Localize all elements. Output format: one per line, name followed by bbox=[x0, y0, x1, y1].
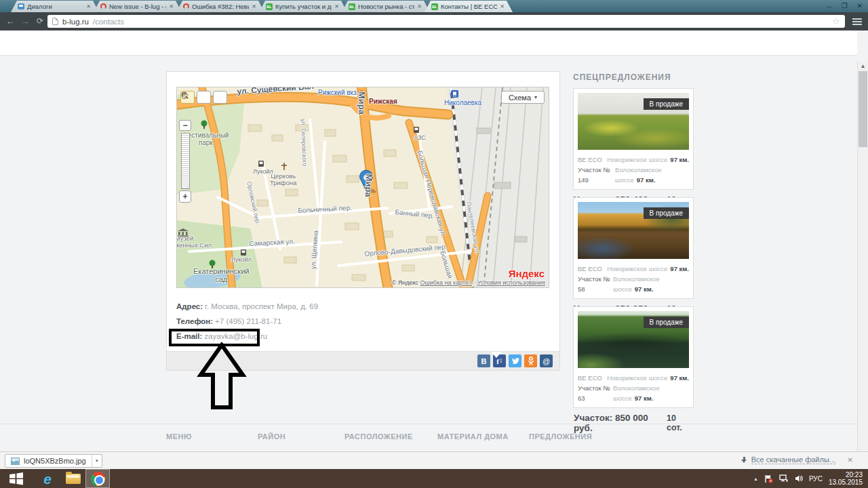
vk-share-button[interactable]: В bbox=[477, 354, 490, 367]
bl-site-icon: BL bbox=[266, 3, 273, 10]
ruler-icon bbox=[180, 91, 189, 100]
special-offers-heading: СПЕЦПРЕДЛОЖЕНИЯ bbox=[573, 73, 671, 82]
yandex-logo[interactable]: Яндекс bbox=[509, 268, 545, 279]
shelf-close-icon[interactable] bbox=[848, 456, 853, 464]
for-sale-badge: В продаже bbox=[644, 317, 689, 328]
map-label: Мира bbox=[363, 174, 374, 197]
chrome-menu-icon[interactable] bbox=[850, 16, 865, 27]
tab-kupit[interactable]: BL Купить участок и дом в Б ✕ bbox=[259, 1, 347, 12]
offer-card[interactable]: В продаже BE ECOНоворижское шоссе97 км. … bbox=[573, 88, 694, 190]
offer-road: Новорижское шоссе bbox=[607, 156, 667, 163]
bookmark-star-icon[interactable] bbox=[832, 16, 840, 26]
zoom-out-button[interactable]: − bbox=[179, 120, 191, 131]
chrome-taskbar-button[interactable] bbox=[85, 469, 110, 488]
ruler-tool-button[interactable] bbox=[213, 91, 227, 104]
offer-item: В продаже BE ECOНоворижское шоссе97 км. … bbox=[573, 306, 694, 433]
back-button[interactable] bbox=[4, 15, 16, 27]
tab-close-icon[interactable]: ✕ bbox=[417, 3, 422, 9]
offer-brand: BE ECO bbox=[578, 155, 602, 165]
reload-button[interactable] bbox=[34, 15, 46, 27]
footer-raspolozhenie[interactable]: РАСПОЛОЖЕНИЕ bbox=[344, 432, 413, 441]
taskbar: e РУС 20:23 13.0 bbox=[0, 469, 868, 488]
attr-separator: · bbox=[474, 279, 476, 286]
network-icon[interactable] bbox=[779, 474, 789, 483]
offer-road: Новорижское шоссе bbox=[607, 374, 667, 382]
chat-icon bbox=[18, 3, 24, 9]
map-terms-link[interactable]: Условия использования bbox=[477, 279, 545, 286]
footer-predlozheniya[interactable]: ПРЕДЛОЖЕНИЯ bbox=[529, 432, 592, 441]
image-file-icon bbox=[11, 458, 20, 465]
footer-material-doma[interactable]: МАТЕРИАЛ ДОМА bbox=[437, 432, 509, 441]
tab-close-icon[interactable]: ✕ bbox=[169, 3, 174, 9]
address-bar[interactable]: b-lug.ru/contacts bbox=[47, 15, 845, 28]
map-label: ул. Гиляровского bbox=[299, 119, 307, 167]
map-label: Екатерининский сад bbox=[193, 268, 249, 284]
map-labels: ул. Сущёвский ВалРижский вкз.МираРижская… bbox=[177, 87, 549, 288]
twitter-bird-icon bbox=[511, 358, 519, 365]
language-indicator[interactable]: РУС bbox=[809, 475, 823, 483]
footer-menu[interactable]: МЕНЮ bbox=[166, 432, 192, 441]
map-label: Мира bbox=[357, 92, 366, 115]
internet-explorer-button[interactable]: e bbox=[35, 469, 60, 488]
tab-new-issue[interactable]: New issue - B-lug - qa2 - ✕ bbox=[94, 1, 182, 12]
offer-photo-summer-lake: В продаже bbox=[578, 311, 689, 368]
download-item-caret[interactable] bbox=[92, 455, 102, 467]
tab-oshibka[interactable]: Ошибка #382: Невидима ✕ bbox=[176, 1, 264, 12]
offer-plot: Участок № 63 bbox=[578, 383, 613, 403]
page-scrollbar[interactable] bbox=[857, 61, 868, 451]
map-report-link[interactable]: Ошибка на карте? bbox=[420, 279, 473, 286]
tab-dialogi[interactable]: Диалоги ✕ bbox=[11, 1, 99, 12]
start-button[interactable] bbox=[3, 469, 30, 488]
zoom-slider[interactable] bbox=[181, 133, 190, 189]
map-layer-selector[interactable]: Схема bbox=[501, 91, 545, 104]
tab-close-icon[interactable]: ✕ bbox=[500, 3, 505, 9]
tab-close-icon[interactable]: ✕ bbox=[334, 3, 339, 9]
tab-novosti[interactable]: BL Новости рынка - страни ✕ bbox=[342, 1, 430, 12]
twitter-share-button[interactable] bbox=[509, 354, 521, 367]
magnifier-tool-button[interactable] bbox=[197, 91, 211, 104]
tab-kontakty-active[interactable]: BL Контакты | BE ECO ✕ bbox=[425, 1, 513, 12]
mailru-share-button[interactable]: @ bbox=[540, 354, 553, 367]
minimize-button[interactable] bbox=[827, 1, 832, 12]
scrollbar-thumb[interactable] bbox=[859, 71, 867, 147]
tab-close-icon[interactable]: ✕ bbox=[86, 3, 91, 9]
ie-icon: e bbox=[43, 472, 52, 486]
speaker-icon[interactable] bbox=[795, 474, 803, 483]
tray-expand-icon[interactable] bbox=[753, 476, 758, 481]
map-label: Банный пер. bbox=[395, 209, 435, 220]
address-row: Адрес:г. Москва, проспект Мира, д. 69 bbox=[176, 302, 318, 310]
offer-brand: BE ECO bbox=[578, 264, 602, 274]
offer-item: В продаже BE ECOНоворижское шоссе97 км. … bbox=[573, 88, 694, 215]
offer-item: В продаже BE ECOНоворижское шоссе97 км. … bbox=[573, 197, 694, 324]
map-label: АЗС bbox=[414, 135, 426, 142]
show-all-downloads-link[interactable]: Все скачанные файлы... bbox=[751, 455, 835, 464]
yandex-map[interactable]: М bbox=[176, 87, 549, 288]
scroll-up-arrow[interactable] bbox=[858, 61, 868, 70]
download-item[interactable]: loQN5XBzBmo.jpg bbox=[5, 454, 102, 468]
offer-photo-field: В продаже bbox=[578, 93, 689, 150]
file-explorer-button[interactable] bbox=[61, 469, 85, 488]
offer-plot: Участок № 149 bbox=[578, 165, 615, 185]
scheme-label: Схема bbox=[509, 94, 531, 102]
vk-icon: В bbox=[481, 357, 487, 365]
for-sale-badge: В продаже bbox=[644, 207, 689, 219]
map-label: ул. Сущёвский Вал bbox=[237, 87, 314, 96]
close-button[interactable] bbox=[857, 1, 863, 12]
odnoklassniki-share-button[interactable] bbox=[524, 354, 537, 367]
offer-card[interactable]: В продаже BE ECOНоворижское шоссе97 км. … bbox=[573, 197, 694, 299]
windows-logo-icon bbox=[9, 472, 24, 485]
offer-card[interactable]: В продаже BE ECOНоворижское шоссе97 км. … bbox=[573, 306, 694, 408]
map-label: Орловский пер. bbox=[245, 181, 260, 226]
tab-close-icon[interactable]: ✕ bbox=[252, 3, 256, 9]
action-center-flag-icon[interactable] bbox=[764, 474, 773, 483]
mailru-at-icon: @ bbox=[542, 357, 550, 365]
offer-distance: 97 км. bbox=[670, 374, 689, 382]
tab-label: Контакты | BE ECO bbox=[441, 3, 497, 10]
zoom-in-button[interactable]: + bbox=[179, 190, 191, 203]
forward-button[interactable] bbox=[19, 15, 31, 27]
offer-plot: Участок № 58 bbox=[578, 274, 613, 294]
map-label: Пантелеевская ул. bbox=[465, 201, 480, 255]
footer-rayon[interactable]: РАЙОН bbox=[258, 432, 285, 441]
taskbar-clock[interactable]: 20:23 13.05.2015 bbox=[829, 471, 863, 487]
restore-button[interactable] bbox=[842, 1, 848, 12]
